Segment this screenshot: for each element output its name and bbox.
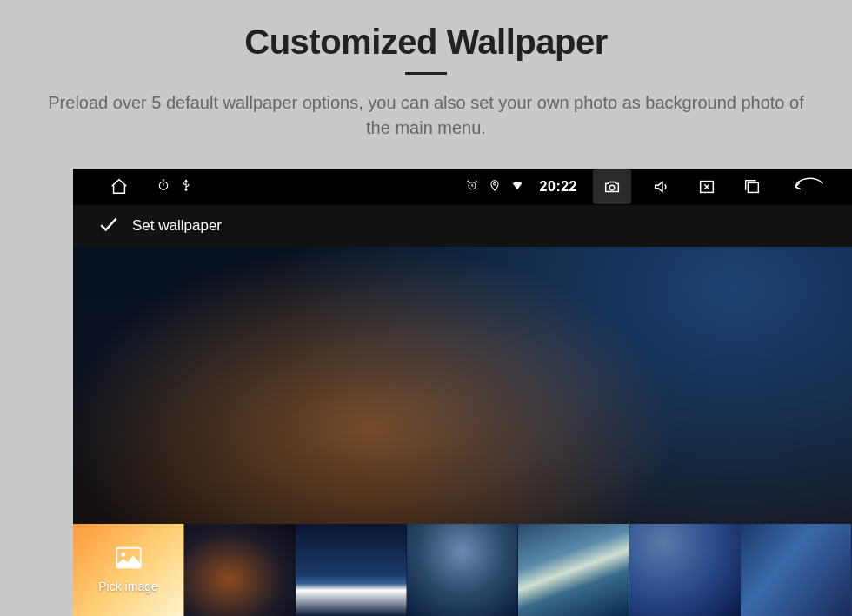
home-icon[interactable] xyxy=(104,169,134,205)
wallpaper-preview[interactable] xyxy=(73,247,852,525)
volume-icon[interactable] xyxy=(647,169,676,205)
svg-point-8 xyxy=(121,553,125,557)
page-title: Customized Wallpaper xyxy=(0,0,852,62)
confirm-icon[interactable] xyxy=(97,213,120,239)
wallpaper-thumb-6[interactable] xyxy=(741,524,852,616)
back-icon[interactable] xyxy=(782,169,831,205)
camera-icon[interactable] xyxy=(593,169,631,204)
wallpaper-thumb-5[interactable] xyxy=(629,524,741,616)
action-bar: Set wallpaper xyxy=(73,205,852,247)
svg-rect-6 xyxy=(748,182,758,192)
clock-time: 20:22 xyxy=(540,179,577,195)
wallpaper-thumb-4[interactable] xyxy=(518,524,629,616)
wallpaper-thumb-2[interactable] xyxy=(296,524,407,616)
svg-point-4 xyxy=(609,185,615,190)
alarm-icon xyxy=(465,178,479,195)
pick-image-label: Pick image xyxy=(98,580,157,593)
page-subtitle: Preload over 5 default wallpaper options… xyxy=(35,90,817,141)
wifi-icon xyxy=(510,178,524,195)
set-wallpaper-label[interactable]: Set wallpaper xyxy=(132,217,222,235)
wallpaper-thumbs: Pick image xyxy=(73,524,852,616)
status-bar: 20:22 xyxy=(73,169,852,205)
location-icon xyxy=(488,178,502,195)
image-icon xyxy=(116,546,142,573)
close-box-icon[interactable] xyxy=(692,169,722,205)
usb-icon xyxy=(179,178,193,195)
title-underline xyxy=(405,72,447,75)
svg-point-1 xyxy=(185,189,187,190)
device-screen: 20:22 Set wallpaper xyxy=(73,169,852,616)
status-indicators xyxy=(465,178,524,195)
recents-icon[interactable] xyxy=(737,169,767,205)
pick-image-button[interactable]: Pick image xyxy=(73,524,184,616)
timer-icon xyxy=(156,178,170,195)
wallpaper-thumb-3[interactable] xyxy=(407,524,518,616)
wallpaper-thumb-1[interactable] xyxy=(184,524,296,616)
svg-point-3 xyxy=(493,182,496,185)
